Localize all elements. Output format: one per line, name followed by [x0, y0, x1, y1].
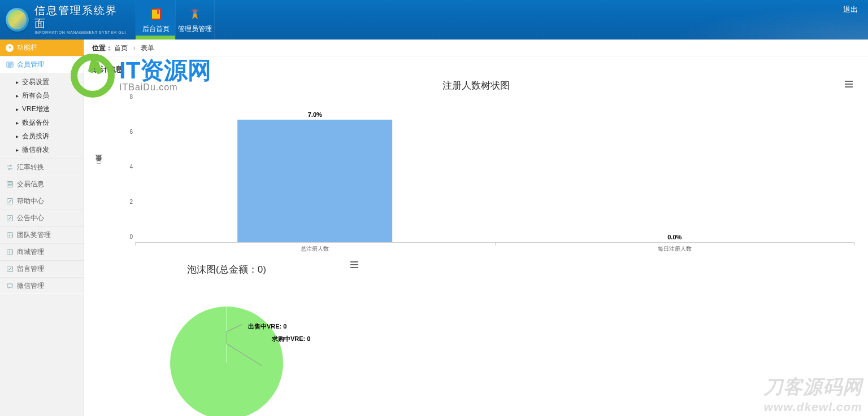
bar-cell: 0.0%每日注册人数	[495, 103, 855, 243]
subitem-all-members[interactable]: 所有会员	[0, 89, 84, 102]
main-content: 位置： 首页 › 表单 统计信息 注册人数树状图 注册人数（个） 02468	[84, 40, 868, 416]
nav-admin[interactable]: 管理员管理	[175, 0, 215, 40]
sidebar-item-label: 团队奖管理	[17, 226, 51, 243]
y-tick: 2	[118, 199, 133, 205]
pie-chart-title: 泡沫图(总金额：0)	[91, 260, 362, 278]
chart-menu-icon[interactable]	[346, 260, 362, 272]
pie-label-sell: 出售中VRE: 0	[248, 322, 287, 331]
edit-icon	[6, 197, 14, 205]
sidebar-title: ▾ 功能栏	[0, 40, 84, 56]
bar-value-label: 7.0%	[308, 111, 322, 118]
sidebar-item-exchange[interactable]: 汇率转换	[0, 159, 84, 176]
subitem-complaint[interactable]: 会员投诉	[0, 129, 84, 143]
sidebar-item-label: 公告中心	[17, 209, 44, 226]
book-icon	[148, 6, 164, 22]
pie-chart: 泡沫图(总金额：0) 出售中VRE: 0 求购中VRE: 0	[91, 260, 362, 416]
sidebar-item-label: 汇率转换	[17, 159, 44, 176]
logout-link[interactable]: 退出	[843, 5, 858, 14]
y-tick: 8	[118, 94, 133, 100]
x-category-label: 总注册人数	[301, 245, 329, 253]
sidebar-item-feedback[interactable]: 留言管理	[0, 260, 84, 277]
breadcrumb-prefix: 位置：	[92, 44, 112, 52]
bar-chart-title: 注册人数树状图	[91, 76, 861, 92]
y-tick: 6	[118, 129, 133, 135]
chevron-down-icon: ▾	[6, 44, 14, 52]
nav-home[interactable]: 后台首页	[136, 0, 175, 40]
sidebar-item-label: 交易信息	[17, 176, 44, 192]
breadcrumb-current: 表单	[141, 44, 154, 52]
y-axis: 02468	[118, 103, 135, 243]
bar-series: 7.0%总注册人数0.0%每日注册人数	[135, 103, 854, 243]
sidebar-item-help[interactable]: 帮助中心	[0, 192, 84, 209]
sidebar-item-label: 帮助中心	[17, 192, 44, 209]
sidebar-item-team-reward[interactable]: 团队奖管理	[0, 226, 84, 243]
breadcrumb-home[interactable]: 首页	[114, 44, 128, 52]
bar-cell: 7.0%总注册人数	[135, 103, 495, 243]
subitem-wechat-mass[interactable]: 微信群发	[0, 143, 84, 156]
sidebar-item-label: 商城管理	[17, 243, 44, 260]
pie-leader-1	[227, 331, 227, 344]
sidebar-item-mall[interactable]: 商城管理	[0, 243, 84, 260]
pie-label-buy: 求购中VRE: 0	[272, 335, 310, 343]
bar-chart: 注册人数树状图 注册人数（个） 02468 7.0%总注册人数0.0%每日注册人…	[91, 76, 861, 256]
nav-home-label: 后台首页	[142, 24, 170, 34]
grid-icon	[6, 231, 14, 239]
compass-icon	[187, 6, 203, 22]
sidebar-item-label: 微信管理	[17, 277, 44, 294]
edit-icon	[6, 265, 14, 273]
y-tick: 4	[118, 164, 133, 170]
svg-rect-2	[157, 8, 159, 14]
bar-value-label: 0.0%	[667, 234, 682, 240]
app-title: 信息管理系统界面	[34, 5, 128, 30]
subitem-trade-settings[interactable]: 交易设置	[0, 75, 84, 89]
chart-menu-icon[interactable]	[841, 79, 857, 91]
sidebar: ▾ 功能栏 会員管理 交易设置 所有会员 VRE增送 数据备份 会员投诉 微信群…	[0, 40, 84, 416]
exchange-icon	[6, 163, 14, 171]
panel-title: 统计信息	[91, 64, 861, 75]
list-icon	[6, 180, 14, 188]
users-icon	[6, 60, 14, 68]
sidebar-item-label: 会員管理	[17, 56, 44, 73]
y-tick: 0	[118, 234, 133, 240]
top-nav: 后台首页 管理员管理	[136, 0, 215, 40]
sidebar-item-notice[interactable]: 公告中心	[0, 209, 84, 226]
app-header: 信息管理系统界面 INFORMATION MANAGEMENT SYSTEM G…	[0, 0, 868, 40]
breadcrumb-sep: ›	[133, 44, 136, 52]
sidebar-item-wechat[interactable]: 微信管理	[0, 277, 84, 294]
logo-block: 信息管理系统界面 INFORMATION MANAGEMENT SYSTEM G…	[0, 0, 136, 40]
plot-area: 02468 7.0%总注册人数0.0%每日注册人数	[118, 103, 854, 243]
logo-icon	[6, 8, 29, 32]
grid-icon	[6, 248, 14, 256]
subitem-backup[interactable]: 数据备份	[0, 116, 84, 129]
nav-admin-label: 管理员管理	[178, 24, 212, 34]
sidebar-item-label: 留言管理	[17, 260, 44, 277]
subitem-vre-gift[interactable]: VRE增送	[0, 102, 84, 116]
chat-icon	[6, 282, 14, 290]
stats-panel: 统计信息 注册人数树状图 注册人数（个） 02468 7.0%总注册人数0.0%…	[91, 64, 861, 256]
sidebar-sublist: 交易设置 所有会员 VRE增送 数据备份 会员投诉 微信群发	[0, 73, 84, 159]
app-subtitle: INFORMATION MANAGEMENT SYSTEM GUI	[34, 30, 128, 35]
breadcrumb: 位置： 首页 › 表单	[84, 40, 868, 56]
sidebar-item-members[interactable]: 会員管理	[0, 56, 84, 73]
sidebar-item-trade-info[interactable]: 交易信息	[0, 176, 84, 192]
x-category-label: 每日注册人数	[658, 245, 692, 253]
bar	[237, 120, 392, 242]
edit-icon	[6, 214, 14, 222]
